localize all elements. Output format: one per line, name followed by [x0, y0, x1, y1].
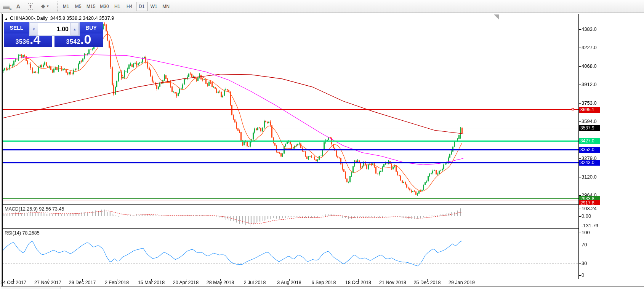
date-tick — [427, 279, 428, 281]
date-tick — [186, 279, 186, 281]
chart-title: ▲CHINA300-,Daily 3445.83538.23420.43537.… — [5, 15, 115, 21]
level-line-3537.9[interactable] — [3, 128, 578, 128]
volume-input[interactable] — [38, 23, 70, 35]
trading-terminal: F A T ❖ ▼ M1M5M15M30H1H4D1W1MN ▲CHINA300… — [0, 0, 644, 289]
date-tick — [13, 279, 14, 281]
level-line-2917.8[interactable] — [3, 201, 578, 201]
price-badge-3695.1: 3695.1 — [579, 107, 600, 113]
sell-button[interactable]: SELL — [4, 22, 29, 34]
ohlc-high: 3538.2 — [66, 15, 82, 21]
date-label-13: 29 Jan 2019 — [445, 280, 479, 285]
date-label-4: 15 Mar 2018 — [134, 280, 168, 285]
date-label-5: 20 Apr 2018 — [169, 280, 203, 285]
date-tick — [358, 279, 359, 281]
price-badge-area: 3695.13537.93427.03352.03243.02933.82917… — [579, 14, 644, 205]
date-tick — [289, 279, 290, 281]
price-badge-3537.9: 3537.9 — [579, 125, 600, 131]
date-label-6: 28 May 2018 — [203, 280, 237, 285]
price-badge-3243.0: 3243.0 — [579, 160, 600, 166]
date-tick — [117, 279, 117, 281]
date-tick — [220, 279, 221, 281]
date-tick — [393, 279, 393, 281]
date-label-7: 2 Jul 2018 — [238, 280, 272, 285]
date-label-12: 25 Dec 2018 — [410, 280, 444, 285]
date-tick — [151, 279, 152, 281]
level-line-2933.8[interactable] — [3, 198, 578, 199]
ohlc-low: 3420.4 — [83, 15, 98, 21]
date-label-0: 24 Oct 2017 — [0, 280, 30, 285]
date-label-1: 27 Nov 2017 — [31, 280, 65, 285]
date-tick — [48, 279, 48, 281]
macd-scale--131.79: -131.79 — [582, 223, 608, 229]
chart-tab-partial[interactable] — [1, 286, 61, 289]
buy-price-main: 3542 — [66, 38, 81, 45]
date-tick — [324, 279, 324, 281]
rsi-scale-70: 70 — [582, 242, 608, 248]
price-badge-3427.0: 3427.0 — [579, 138, 600, 144]
date-label-8: 3 Aug 2018 — [272, 280, 306, 285]
level-line-handle[interactable] — [572, 108, 574, 110]
level-line-3427.0[interactable] — [3, 141, 578, 142]
symbol-name: CHINA300-,Daily — [10, 15, 48, 21]
chart-shift-marker[interactable] — [494, 14, 499, 19]
price-badge-3352.0: 3352.0 — [579, 147, 600, 153]
volume-decrease-button[interactable]: ▼ — [30, 23, 38, 35]
sell-price-main: 3536 — [16, 38, 30, 45]
level-line-3695.1[interactable] — [3, 109, 578, 110]
ohlc-open: 3445.8 — [50, 15, 66, 21]
rsi-scale-30: 30 — [582, 260, 608, 267]
date-label-2: 29 Dec 2017 — [65, 280, 99, 285]
date-tick — [82, 279, 83, 281]
date-label-10: 18 Oct 2018 — [341, 280, 375, 285]
one-click-trade-panel: SELL BUY 3536.4 3542.0 ▼ ▲ — [4, 22, 103, 47]
ohlc-close: 3537.9 — [99, 15, 114, 21]
macd-label: MACD(12,26,9) 92.56 73.45 — [5, 206, 64, 212]
rsi-label: RSI(14) 78.2685 — [5, 230, 40, 236]
rsi-scale-100: 100 — [582, 230, 608, 236]
date-tick — [462, 279, 462, 281]
macd-scale-103.24: 103.24 — [582, 206, 608, 212]
rsi-scale-0: 0 — [582, 272, 608, 278]
level-line-3243.0[interactable] — [3, 162, 578, 163]
level-line-3352.0[interactable] — [3, 149, 578, 150]
date-label-3: 2 Feb 2018 — [100, 280, 134, 285]
buy-price-fraction: .0 — [80, 34, 91, 45]
volume-increase-button[interactable]: ▲ — [70, 23, 79, 35]
date-label-11: 21 Nov 2018 — [376, 280, 410, 285]
date-label-9: 6 Sep 2018 — [307, 280, 341, 285]
tab-bar — [2, 286, 644, 287]
date-tick — [255, 279, 255, 281]
symbol-arrow-icon: ▲ — [5, 17, 8, 21]
volume-stepper: ▼ ▲ — [29, 22, 80, 36]
price-badge-2917.8: 2917.8 — [579, 200, 600, 205]
macd-scale-0.00: 0.00 — [582, 213, 608, 219]
